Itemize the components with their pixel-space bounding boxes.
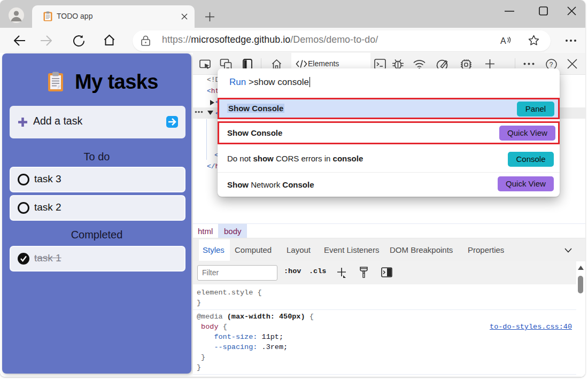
svg-text:A: A <box>500 36 506 45</box>
svg-text:?: ? <box>550 61 553 68</box>
